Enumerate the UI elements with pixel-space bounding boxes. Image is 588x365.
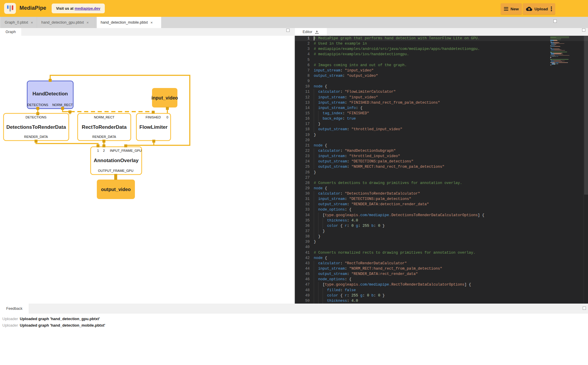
code-line-20[interactable]: 20 [295, 138, 588, 143]
code-line-35[interactable]: 35 thickness: 4.0 [295, 218, 588, 223]
close-tab-icon[interactable]: × [86, 20, 89, 25]
code-text: color { r: 255 g: 0 b: 0 } [314, 293, 385, 298]
code-line-6[interactable]: 6# Images coming into and out of the gra… [295, 63, 588, 68]
port-label: 2 [103, 149, 105, 152]
code-line-48[interactable]: 48 filled: false [295, 288, 588, 293]
file-tab-label: hand_detection_mobile.pbtxt [101, 20, 148, 25]
port-label: INPUT_FRAME_GPU [110, 149, 142, 152]
download-icon[interactable] [315, 30, 319, 34]
maximize-graph-panel-icon[interactable] [286, 29, 290, 32]
tab-graph[interactable]: Graph [0, 28, 21, 36]
graph-node-hand-detection[interactable]: HandDetectionDETECTIONSNORM_RECT [27, 81, 73, 109]
line-number: 28 [295, 180, 310, 186]
maximize-panel-icon[interactable] [553, 19, 557, 23]
text-cursor [314, 36, 314, 40]
code-line-45[interactable]: 45 output_stream: "RENDER_DATA:rect_rend… [295, 271, 588, 277]
code-line-36[interactable]: 36 color { r: 0 g: 255 b: 0 } [295, 223, 588, 229]
more-options-kebab-icon[interactable] [551, 6, 552, 12]
close-tab-icon[interactable]: × [31, 20, 33, 25]
code-line-42[interactable]: 42node { [295, 255, 588, 261]
code-line-9[interactable]: 9 [295, 79, 588, 84]
code-line-10[interactable]: 10node { [295, 84, 588, 89]
file-tab-hand_detection_mobile.pbtxt[interactable]: hand_detection_mobile.pbtxt× [97, 17, 161, 28]
mediapipe-visualizer-app: MediaPipe Visit us at mediapipe.dev New … [0, 0, 588, 365]
file-tab-hand_detection_gpu.pbtxt[interactable]: hand_detection_gpu.pbtxt× [37, 17, 95, 28]
code-line-11[interactable]: 11 calculator: "FlowLimiterCalculator" [295, 89, 588, 94]
code-line-3[interactable]: 3# mediapipie/examples/android/src/java/… [295, 46, 588, 52]
new-button[interactable]: New [501, 3, 522, 14]
code-line-26[interactable]: 26} [295, 170, 588, 175]
code-line-28[interactable]: 28# Converts detections to drawing primi… [295, 180, 588, 186]
code-line-31[interactable]: 31 input_stream: "DETECTIONS:palm_detect… [295, 196, 588, 202]
file-tab-bar: Graph_0.pbtxt×hand_detection_gpu.pbtxt×h… [0, 17, 588, 28]
code-line-22[interactable]: 22 calculator: "HandDetectionSubgraph" [295, 148, 588, 154]
tab-editor[interactable]: Editor [295, 28, 327, 36]
maximize-editor-panel-icon[interactable] [582, 28, 585, 32]
code-line-27[interactable]: 27 [295, 175, 588, 180]
code-line-2[interactable]: 2# Used in the example in [295, 41, 588, 46]
code-line-38[interactable]: 38 } [295, 234, 588, 239]
graph-canvas[interactable]: HandDetectionDETECTIONSNORM_RECTinput_vi… [0, 36, 294, 304]
code-line-49[interactable]: 49 color { r: 255 g: 0 b: 0 } [295, 293, 588, 298]
code-line-23[interactable]: 23 input_stream: "throttled_input_video" [295, 154, 588, 159]
visit-us-pill[interactable]: Visit us at mediapipe.dev [52, 4, 105, 13]
file-tab-Graph_0.pbtxt[interactable]: Graph_0.pbtxt× [1, 17, 37, 28]
main-content: HandDetectionDETECTIONSNORM_RECTinput_vi… [0, 36, 588, 304]
code-line-24[interactable]: 24 output_stream: "DETECTIONS:palm_detec… [295, 159, 588, 164]
code-line-15[interactable]: 15 tag_index: "FINISHED" [295, 111, 588, 116]
graph-node-flow-limiter[interactable]: FINISHED0FlowLimiter [136, 113, 171, 141]
code-line-19[interactable]: 19} [295, 132, 588, 138]
line-number: 6 [295, 63, 310, 68]
close-tab-icon[interactable]: × [151, 20, 153, 25]
code-line-12[interactable]: 12 input_stream: "input_video" [295, 95, 588, 100]
code-text: thickness: 4.0 [314, 218, 358, 223]
code-line-7[interactable]: 7input_stream: "input_video" [295, 68, 588, 73]
code-line-18[interactable]: 18 output_stream: "throttled_input_video… [295, 127, 588, 132]
code-text: [type.googleapis.com/mediapipe.Detection… [314, 213, 484, 218]
code-line-46[interactable]: 46 node_options: { [295, 277, 588, 282]
code-line-29[interactable]: 29node { [295, 186, 588, 191]
code-line-50[interactable]: 50 thickness: 4.0 [295, 298, 588, 304]
code-line-5[interactable]: 5 [295, 57, 588, 63]
code-line-25[interactable]: 25 output_stream: "NORM_RECT:hand_rect_f… [295, 164, 588, 170]
code-line-34[interactable]: 34 [type.googleapis.com/mediapipe.Detect… [295, 213, 588, 218]
tab-feedback[interactable]: Feedback [0, 304, 29, 314]
code-editor[interactable]: 1# MediaPipe graph that performs hand de… [295, 36, 588, 304]
mediapipe-dev-link[interactable]: mediapipe.dev [75, 6, 100, 11]
edge-connector-square [61, 107, 64, 110]
code-line-13[interactable]: 13 input_stream: "FINISHED:hand_rect_fro… [295, 100, 588, 105]
code-line-33[interactable]: 33 node_options: { [295, 207, 588, 212]
graph-node-output-video[interactable]: output_video [97, 180, 135, 199]
maximize-feedback-panel-icon[interactable] [583, 307, 586, 310]
graph-node-detections-to-render-data[interactable]: DETECTIONSDetectionsToRenderDataRENDER_D… [4, 113, 69, 141]
editor-scrollbar[interactable] [584, 36, 588, 304]
graph-node-input-video[interactable]: input_video [151, 88, 178, 107]
code-line-1[interactable]: 1# MediaPipe graph that performs hand de… [295, 36, 588, 41]
code-text: node { [314, 186, 327, 191]
code-line-17[interactable]: 17 } [295, 121, 588, 127]
line-number: 48 [295, 288, 310, 293]
code-line-32[interactable]: 32 output_stream: "RENDER_DATA:detection… [295, 202, 588, 207]
line-number: 29 [295, 186, 310, 191]
code-line-43[interactable]: 43 calculator: "RectToRenderDataCalculat… [295, 261, 588, 266]
graph-node-rect-to-render-data[interactable]: NORM_RECTRectToRenderDataRENDER_DATA [78, 113, 131, 141]
code-line-44[interactable]: 44 input_stream: "NORM_RECT:hand_rect_fr… [295, 266, 588, 271]
graph-node-title: FlowLimiter [139, 124, 168, 130]
code-line-21[interactable]: 21node { [295, 143, 588, 148]
graph-node-annotation-overlay[interactable]: 12INPUT_FRAME_GPUAnnotationOverlayOUTPUT… [91, 147, 142, 175]
code-line-4[interactable]: 4# mediapipie/examples/ios/handdetection… [295, 52, 588, 57]
code-line-37[interactable]: 37 } [295, 229, 588, 234]
editor-minimap[interactable] [550, 37, 584, 107]
code-line-47[interactable]: 47 [type.googleapis.com/mediapipe.RectTo… [295, 282, 588, 287]
code-line-16[interactable]: 16 back_edge: true [295, 116, 588, 121]
code-line-39[interactable]: 39} [295, 239, 588, 245]
upload-button[interactable]: Upload [523, 3, 555, 14]
line-number: 11 [295, 89, 310, 94]
code-line-8[interactable]: 8output_stream: "output_video" [295, 73, 588, 79]
editor-scrollbar-slider[interactable] [584, 36, 588, 195]
code-line-30[interactable]: 30 calculator: "DetectionsToRenderDataCa… [295, 191, 588, 196]
code-line-40[interactable]: 40 [295, 245, 588, 250]
code-line-14[interactable]: 14 input_stream_info: { [295, 105, 588, 111]
code-line-41[interactable]: 41# Converts normalized rects to drawing… [295, 250, 588, 255]
line-number: 37 [295, 229, 310, 234]
